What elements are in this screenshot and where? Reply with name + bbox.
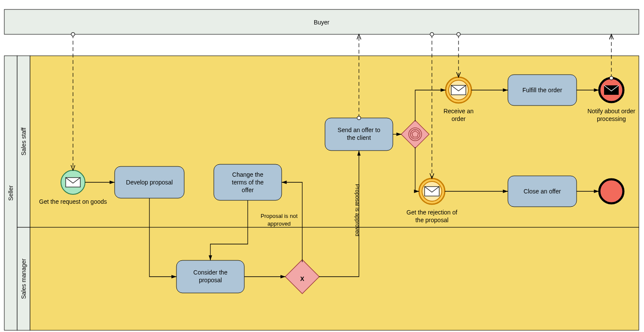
- task-develop-proposal-label: Develop proposal: [126, 179, 173, 186]
- event-notify-l2: processing: [597, 115, 626, 122]
- task-close-offer-label: Close an offer: [524, 188, 561, 195]
- event-get-rejection: [419, 178, 445, 204]
- svg-text:X: X: [300, 275, 304, 282]
- event-get-request: [61, 170, 85, 194]
- event-end: [599, 179, 623, 203]
- task-consider-proposal-l2: proposal: [199, 277, 222, 284]
- flow-approved: Proposal is approved: [354, 184, 361, 236]
- lane-sales-staff-label: Sales staff: [20, 127, 27, 155]
- event-get-rejection-l2: the proposal: [415, 217, 448, 223]
- task-fulfill-order-label: Fulfill the order: [522, 87, 562, 94]
- event-get-request-label: Get the request on goods: [39, 198, 107, 205]
- task-change-terms-l3: offer: [242, 187, 254, 193]
- event-get-rejection-l1: Get the rejection of: [407, 209, 457, 216]
- task-send-offer-l1: Send an offer to: [337, 127, 380, 133]
- flow-not-approved-l1: Proposal is not: [261, 213, 298, 219]
- pool-seller-label: Seller: [7, 185, 14, 201]
- event-receive-order: [446, 77, 471, 103]
- flow-not-approved-l2: approved: [267, 220, 291, 227]
- svg-point-23: [599, 179, 623, 203]
- task-send-offer-l2: the client: [347, 134, 371, 141]
- event-receive-order-l2: order: [452, 115, 466, 122]
- pool-buyer-label: Buyer: [314, 19, 330, 26]
- task-change-terms-l1: Change the: [232, 171, 264, 178]
- event-notify-processing: [599, 78, 623, 102]
- task-change-terms-l2: terms of the: [232, 179, 264, 186]
- lane-sales-manager-label: Sales manager: [20, 259, 27, 299]
- event-notify-l1: Notify about order: [587, 108, 635, 115]
- task-consider-proposal-l1: Consider the: [193, 269, 228, 276]
- lane-sales-manager: [30, 227, 639, 330]
- event-receive-order-l1: Receive an: [444, 108, 474, 115]
